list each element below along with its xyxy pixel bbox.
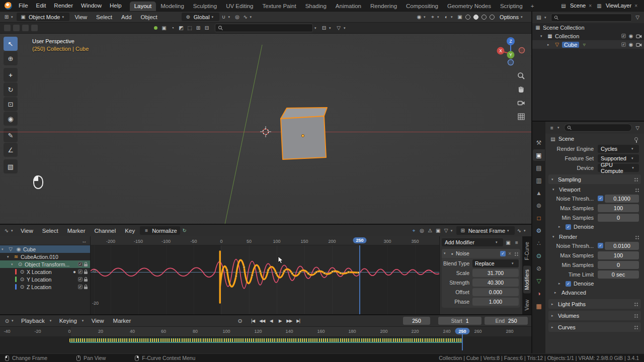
tab-render[interactable]: ▣ bbox=[533, 149, 545, 161]
prev-keyframe-button[interactable]: ◀◀ bbox=[258, 317, 266, 325]
play-button[interactable]: ▶ bbox=[276, 317, 284, 325]
lock-icon[interactable] bbox=[84, 264, 88, 266]
funnel-chevron-icon[interactable]: ▾ bbox=[344, 26, 348, 30]
filter-funnel-icon[interactable]: ▽ bbox=[335, 25, 342, 32]
next-keyframe-button[interactable]: ▶▶ bbox=[285, 317, 293, 325]
blender-logo-icon[interactable] bbox=[5, 2, 12, 10]
disclosure-icon[interactable]: ▾ bbox=[7, 255, 12, 259]
device-dropdown[interactable]: GPU Compute▾ bbox=[598, 164, 639, 172]
viewport-denoise-row[interactable]: ▸ ✓ Denoise bbox=[545, 222, 644, 231]
menu-render[interactable]: Render bbox=[50, 3, 77, 9]
menu-view[interactable]: View bbox=[88, 318, 108, 324]
add-workspace-button[interactable]: + bbox=[527, 2, 538, 11]
scene-unlink-icon[interactable]: × bbox=[588, 3, 593, 9]
strength-field[interactable]: 40.300 bbox=[472, 279, 519, 287]
channel-enable-checkbox[interactable]: ✓ bbox=[78, 277, 83, 282]
toggle-d-icon[interactable]: ⬚ bbox=[186, 25, 193, 32]
cube-object[interactable] bbox=[277, 105, 329, 161]
keyframe-band[interactable] bbox=[69, 338, 462, 343]
transform-tool[interactable]: ◉ bbox=[4, 112, 18, 126]
workspace-tab-rendering[interactable]: Rendering bbox=[366, 2, 401, 11]
render-noise-threshold-field[interactable]: 0.0100 bbox=[605, 242, 639, 250]
visibility-dot-icon[interactable]: ⊙ bbox=[19, 276, 26, 283]
options-dropdown[interactable]: Options ▾ bbox=[497, 13, 528, 21]
snap-dropdown[interactable]: ⊞ Nearest Frame ▾ bbox=[456, 226, 515, 235]
show-errors-icon[interactable]: ⚠ bbox=[427, 227, 434, 234]
proportional-icon[interactable]: ∿ bbox=[516, 227, 523, 234]
channel-enable-checkbox[interactable]: ✓ bbox=[78, 269, 83, 274]
lock-icon[interactable] bbox=[84, 287, 88, 289]
pan-hand-icon[interactable] bbox=[517, 85, 525, 94]
workspace-tab-scripting[interactable]: Scripting bbox=[496, 2, 527, 11]
drag-grip-icon[interactable] bbox=[633, 313, 638, 318]
filter-type-icon[interactable]: ⊟ bbox=[320, 25, 328, 32]
visibility-dot-icon[interactable]: ⊙ bbox=[19, 268, 26, 276]
noise-threshold-checkbox[interactable]: ✓ bbox=[598, 196, 603, 201]
copy-icon[interactable]: ▣ bbox=[435, 227, 442, 234]
outliner-search-input[interactable] bbox=[560, 15, 629, 21]
drag-grip-icon[interactable] bbox=[514, 251, 518, 256]
menu-marker[interactable]: Marker bbox=[109, 318, 135, 324]
channel-row-cube[interactable]: ▾ ▽ ◉ Cube bbox=[0, 245, 90, 253]
disclosure-icon[interactable]: ▾ bbox=[444, 251, 448, 255]
filter-funnel-icon[interactable]: ▽ bbox=[634, 14, 641, 21]
editor-type-chevron-icon[interactable]: ▾ bbox=[557, 126, 562, 130]
graph-plot[interactable]: -0 -20 bbox=[91, 245, 439, 314]
falloff-chevron-icon[interactable]: ▾ bbox=[250, 15, 255, 19]
filter-chevron-icon[interactable]: ▾ bbox=[451, 229, 455, 233]
workspace-tab-sculpting[interactable]: Sculpting bbox=[189, 2, 221, 11]
offset-field[interactable]: 0.000 bbox=[472, 288, 519, 296]
shading-rendered-icon[interactable] bbox=[490, 15, 495, 20]
camera-view-icon[interactable] bbox=[517, 99, 525, 107]
pin-icon[interactable] bbox=[634, 137, 638, 141]
disable-render-camera-icon[interactable] bbox=[636, 34, 642, 39]
tab-particles[interactable]: ∴ bbox=[533, 237, 545, 249]
move-tool[interactable]: + bbox=[4, 68, 18, 82]
drag-grip-icon[interactable] bbox=[634, 235, 639, 239]
toggle-a-icon[interactable]: ▣ bbox=[160, 25, 168, 32]
volumes-section-header[interactable]: ▸ Volumes bbox=[548, 311, 641, 320]
delete-modifier-icon[interactable]: × bbox=[507, 251, 512, 256]
menu-channel[interactable]: Channel bbox=[90, 228, 120, 234]
rotate-tool[interactable]: ↻ bbox=[4, 82, 18, 97]
drag-grip-icon[interactable] bbox=[634, 188, 639, 192]
menu-file[interactable]: File bbox=[15, 3, 32, 9]
editor-graph-icon[interactable]: ∿ bbox=[3, 227, 10, 234]
viewport-max-samples-field[interactable]: 100 bbox=[598, 204, 639, 212]
measure-tool[interactable]: ∠ bbox=[4, 143, 18, 157]
render-engine-dropdown[interactable]: Cycles▾ bbox=[598, 145, 639, 153]
tab-object[interactable]: □ bbox=[533, 212, 545, 224]
editor-timeline-icon[interactable]: ⊙ bbox=[4, 317, 11, 324]
menu-marker[interactable]: Marker bbox=[63, 228, 90, 234]
tool-preset-icon[interactable] bbox=[13, 25, 20, 31]
properties-search-input[interactable] bbox=[574, 125, 629, 131]
menu-key[interactable]: Key bbox=[121, 228, 139, 234]
visibility-icon[interactable]: ◉ bbox=[416, 14, 423, 21]
hide-eye-icon[interactable]: ◉ bbox=[628, 33, 633, 40]
editor-type-icon[interactable]: ⊞ bbox=[3, 14, 10, 21]
cursor-tool[interactable]: ⊕ bbox=[4, 51, 18, 65]
menu-add[interactable]: Add bbox=[117, 14, 135, 20]
channel-row-z-location[interactable]: ⊙ Z Location ✓ bbox=[0, 283, 90, 291]
time-limit-field[interactable]: 0 sec bbox=[598, 270, 639, 279]
snap-magnet-icon[interactable]: ∪ bbox=[220, 14, 227, 21]
tab-modifiers[interactable]: ⚙ bbox=[533, 225, 545, 236]
timeline-keyframe-area[interactable] bbox=[0, 336, 531, 353]
select-box-tool[interactable]: ↖ bbox=[4, 37, 18, 51]
overlays-chevron-icon[interactable]: ▾ bbox=[451, 15, 455, 19]
phase-field[interactable]: 1.000 bbox=[472, 298, 519, 306]
graph-ruler[interactable]: -200 -150 -100 -50 0 50 100 150 200 300 … bbox=[91, 236, 439, 245]
snap-chevron-icon[interactable]: ▾ bbox=[228, 15, 233, 19]
toggle-b-icon[interactable]: ◔ bbox=[169, 25, 176, 32]
disclosure-icon[interactable]: ▾ bbox=[540, 34, 545, 38]
current-frame-line[interactable] bbox=[359, 245, 360, 314]
tab-view[interactable]: View bbox=[523, 296, 531, 314]
view-layer-selector[interactable]: ViewLayer × bbox=[604, 2, 640, 9]
navigation-gizmo[interactable]: Z X Y bbox=[496, 37, 525, 66]
timeline-ruler[interactable]: -40 -20 0 20 40 60 80 100 120 140 160 18… bbox=[0, 326, 531, 336]
xray-toggle-icon[interactable]: ▣ bbox=[456, 14, 463, 21]
scene-selector[interactable]: Scene × bbox=[568, 2, 595, 9]
scene-browse-icon[interactable]: ▤ bbox=[560, 2, 567, 9]
menu-view[interactable]: View bbox=[70, 14, 91, 20]
noise-panel-header[interactable]: ▾ ● Noise ✓ × bbox=[442, 249, 520, 258]
